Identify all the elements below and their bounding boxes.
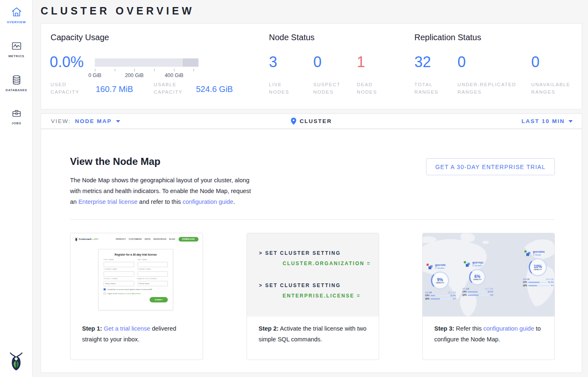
select-field: Please Select — [104, 281, 134, 286]
usable-capacity-label: USABLE CAPACITY — [154, 81, 191, 96]
axis-tick — [134, 69, 135, 71]
cluster-summary-panel: Capacity Usage 0.0% 0 GiB 200 GiB 400 Gi… — [41, 23, 582, 109]
dead-nodes-value: 1 — [357, 53, 365, 71]
field-label: LAST NAME — [138, 259, 168, 261]
capacity-gauge: 6% CAPACITY — [469, 269, 486, 285]
briefcase-icon — [10, 107, 23, 119]
sql-setting: ENTERPRISE.LICENSE = — [283, 293, 361, 299]
sidebar-item-jobs[interactable]: JOBS — [0, 107, 33, 125]
sidebar-item-label: DATABASES — [0, 88, 33, 92]
region-name: geo=sfo — [435, 263, 445, 266]
map-region-sfo: geo=sfo 2 Nodes 9% CAPACITY 3.2 GiB35.1 … — [425, 260, 459, 316]
dead-nodes-label: DEAD NODES — [357, 81, 392, 96]
text-field — [138, 262, 168, 267]
select-field: Please Select — [138, 281, 168, 286]
sidebar-item-overview[interactable]: OVERVIEW — [0, 6, 33, 24]
checkbox-label: I would like to receive email updates ab… — [107, 288, 152, 290]
step-label: Step 3: — [434, 325, 454, 332]
node-map-panel: View the Node Map The Node Map shows the… — [41, 129, 582, 373]
field-label: FIRST NAME — [104, 259, 134, 261]
capacity-gauge: 9% CAPACITY — [431, 271, 449, 290]
capacity-bar-other-segment — [183, 58, 198, 67]
live-nodes-value: 3 — [269, 53, 277, 71]
sidebar-item-label: METRICS — [0, 54, 33, 58]
axis-tick — [174, 69, 174, 71]
checkbox-label: I agree to the Software License Agreemen… — [107, 292, 141, 295]
map-region-ams: geo=ams 1 Node 10% CAPACITY 3.6 GiB34.6 … — [523, 247, 554, 300]
step-3-card: geo=sfo 2 Nodes 9% CAPACITY 3.2 GiB35.1 … — [422, 233, 555, 360]
capacity-bar-chart — [95, 58, 198, 67]
suspect-nodes-label: SUSPECT NODES — [313, 81, 348, 96]
step-label: Step 1: — [82, 325, 102, 332]
axis-tick — [95, 69, 95, 71]
sidebar-item-metrics[interactable]: METRICS — [0, 40, 33, 58]
get-trial-license-link[interactable]: Get a trial license — [104, 325, 150, 332]
sidebar-item-databases[interactable]: DATABASES — [0, 74, 33, 92]
text-field — [104, 271, 134, 277]
region-name: geo=ams — [533, 250, 544, 253]
trial-registration-screenshot: Cockroach LABS PRODUCT CUSTOMERS DOCS RE… — [70, 233, 203, 317]
configuration-guide-link[interactable]: configuration guide — [183, 198, 234, 205]
region-node-count: 2 Nodes — [435, 267, 444, 269]
unavailable-ranges-value: 0 — [531, 53, 540, 71]
checkbox-unchecked — [104, 292, 106, 295]
enterprise-trial-button[interactable]: GET A 30-DAY ENTERPRISE TRIAL — [426, 158, 555, 175]
map-region-nyc: geo=nyc 2 Nodes 6% CAPACITY 3.7 GiB61.7 … — [462, 257, 495, 311]
cockroach-labs-logo: Cockroach LABS — [75, 237, 98, 242]
capacity-gauge: 10% CAPACITY — [529, 258, 547, 276]
metrics-icon — [10, 40, 23, 52]
node-map-preview: geo=sfo 2 Nodes 9% CAPACITY 3.2 GiB35.1 … — [423, 233, 554, 317]
field-label: PROJECT PHASE — [104, 278, 134, 280]
total-ranges-value: 32 — [414, 53, 431, 71]
section-divider — [70, 219, 555, 220]
home-icon — [10, 6, 23, 18]
capacity-used-percent: 0.0% — [50, 53, 84, 71]
node-cube-icon — [526, 251, 531, 257]
description-text: and refer to this — [138, 198, 183, 205]
submit-pill: SUBMIT — [150, 297, 168, 302]
sql-setting: CLUSTER.ORGANIZATION = — [283, 261, 371, 266]
axis-tick — [154, 69, 155, 71]
field-label: COMPANY EMAIL — [138, 268, 168, 270]
node-map-description: The Node Map shows the geographical layo… — [70, 175, 259, 207]
capacity-usage-title: Capacity Usage — [51, 33, 109, 42]
node-cube-icon — [465, 262, 471, 268]
under-replicated-ranges-label: UNDER-REPLICATED RANGES — [457, 81, 524, 96]
step-3-caption: Step 3: Refer this configuration guide t… — [423, 317, 554, 345]
node-cube-icon — [428, 265, 433, 270]
step-1-card: Cockroach LABS PRODUCT CUSTOMERS DOCS RE… — [70, 233, 203, 360]
database-icon — [10, 74, 23, 86]
nav-item: BLOG — [169, 238, 175, 240]
region-node-count: 2 Nodes — [472, 264, 482, 267]
brand-name: Cockroach — [79, 238, 92, 240]
live-nodes-label: LIVE NODES — [269, 81, 304, 96]
capacity-bar-usable-segment — [95, 58, 183, 67]
form-title: Register for a 30-day trial license — [104, 253, 168, 256]
time-range-selector[interactable]: LAST 10 MIN — [521, 114, 573, 128]
nav-item: CUSTOMERS — [129, 238, 142, 240]
sql-command: > SET CLUSTER SETTING — [259, 250, 341, 256]
sidebar: OVERVIEW METRICS DATABASES JOBS — [0, 0, 33, 377]
field-label: COMPANY NAME — [104, 268, 134, 270]
node-status-title: Node Status — [269, 33, 315, 42]
enterprise-trial-license-link[interactable]: Enterprise trial license — [78, 198, 138, 205]
sql-commands-figure: > SET CLUSTER SETTING CLUSTER.ORGANIZATI… — [247, 233, 379, 317]
unavailable-ranges-label: UNAVAILABLE RANGES — [531, 81, 577, 96]
axis-tick — [194, 69, 194, 71]
axis-tick — [115, 69, 115, 71]
step-2-card: > SET CLUSTER SETTING CLUSTER.ORGANIZATI… — [247, 233, 379, 360]
nav-item: RESOURCES — [153, 238, 166, 240]
view-bar: VIEW: NODE MAP CLUSTER LAST 10 MIN — [41, 114, 582, 129]
configuration-guide-link[interactable]: configuration guide — [483, 325, 534, 332]
nav-item: DOCS — [145, 238, 150, 240]
chevron-down-icon[interactable] — [569, 120, 573, 123]
scope-breadcrumb: CLUSTER — [300, 118, 332, 124]
world-map: geo=sfo 2 Nodes 9% CAPACITY 3.2 GiB35.1 … — [423, 233, 554, 317]
used-capacity-value: 160.7 MiB — [96, 85, 133, 94]
time-range-label[interactable]: LAST 10 MIN — [521, 118, 565, 124]
text-field — [104, 262, 134, 267]
region-node-count: 1 Node — [533, 254, 541, 256]
suspect-nodes-value: 0 — [313, 53, 322, 71]
region-name: geo=nyc — [472, 261, 484, 264]
step-label: Step 2: — [259, 325, 278, 332]
